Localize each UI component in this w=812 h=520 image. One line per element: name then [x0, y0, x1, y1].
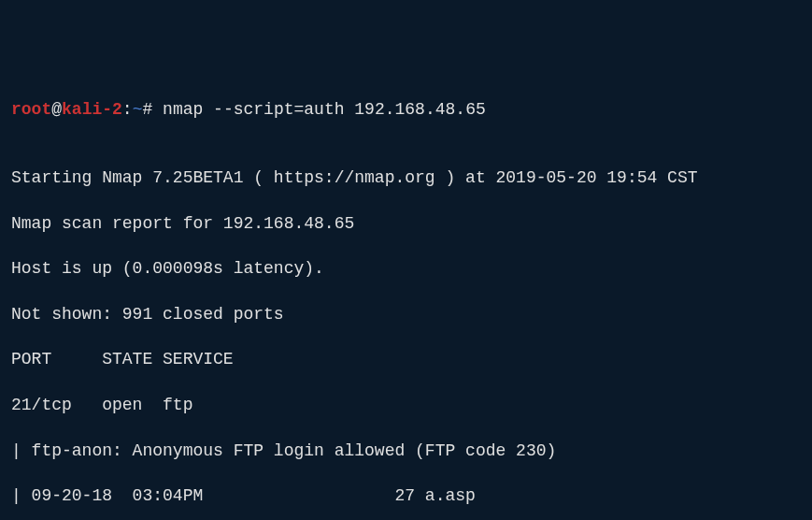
prompt-symbol: # — [142, 100, 163, 119]
output-line-header: PORT STATE SERVICE — [11, 348, 801, 370]
output-line-script: | ftp-anon: Anonymous FTP login allowed … — [11, 440, 801, 462]
prompt-host: kali-2 — [62, 100, 122, 119]
command-text: nmap --script=auth 192.168.48.65 — [163, 100, 486, 119]
prompt-line[interactable]: root@kali-2:~# nmap --script=auth 192.16… — [11, 98, 801, 121]
prompt-at: @ — [51, 100, 62, 119]
prompt-user: root — [11, 100, 51, 119]
output-line-file: | 09-20-18 03:04PM 27 a.asp — [11, 484, 801, 507]
output-line: Not shown: 991 closed ports — [11, 303, 801, 325]
output-line: Starting Nmap 7.25BETA1 ( https://nmap.o… — [11, 166, 801, 189]
output-line: Host is up (0.000098s latency). — [11, 257, 801, 280]
prompt-path: ~ — [133, 100, 143, 119]
prompt-colon: : — [122, 100, 133, 119]
output-line: Nmap scan report for 192.168.48.65 — [11, 212, 801, 235]
output-line-port: 21/tcp open ftp — [11, 394, 801, 416]
